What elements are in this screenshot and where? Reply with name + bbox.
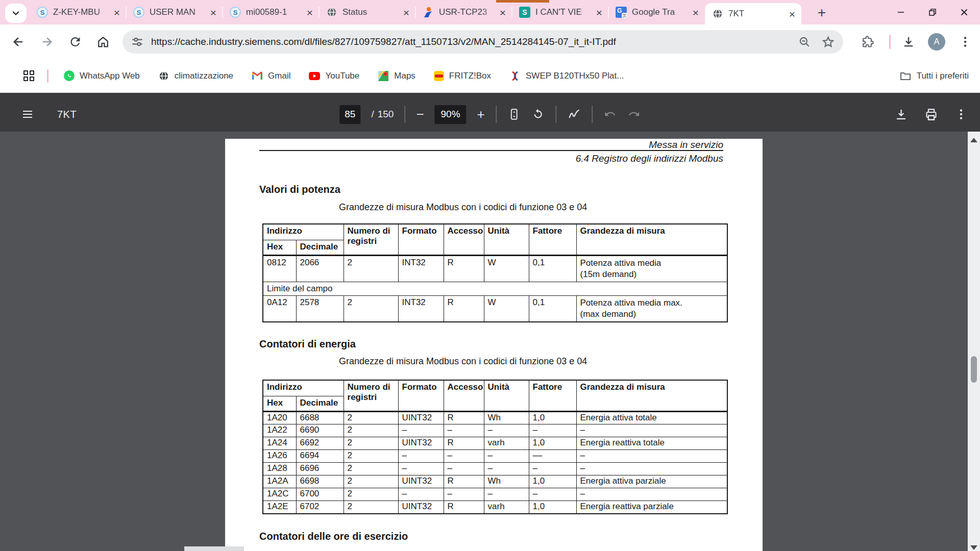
- forward-button[interactable]: [40, 35, 54, 49]
- table-cell: 1A2A: [263, 475, 296, 488]
- window-restore-button[interactable]: [917, 0, 948, 24]
- tab-close-icon[interactable]: ×: [594, 7, 604, 18]
- toolbar-separator: [496, 106, 497, 123]
- tab-i-can-t-vie[interactable]: SI CAN'T VIE×: [512, 0, 608, 24]
- tab-mi00589-1[interactable]: Smi00589-1×: [223, 0, 319, 24]
- tab-close-icon[interactable]: ×: [112, 7, 122, 18]
- pdf-more-button[interactable]: [954, 108, 968, 121]
- tab-title: Status: [342, 7, 396, 17]
- zoom-out-icon[interactable]: [798, 35, 811, 48]
- table-cell: R: [444, 256, 484, 282]
- window-close-button[interactable]: [948, 0, 980, 24]
- zoom-level-input[interactable]: 90%: [435, 105, 467, 124]
- tab-close-icon[interactable]: ×: [208, 7, 218, 18]
- tab-strip: SZ-KEY-MBU×SUSER MAN×Smi00589-1×Status×U…: [0, 0, 980, 24]
- bookmark-label: climatizzazione: [175, 71, 233, 81]
- running-header-line1: Messa in servizio: [649, 139, 723, 151]
- table-cell: 6698: [296, 475, 344, 488]
- annotate-button[interactable]: [567, 108, 581, 121]
- table-cell: –: [398, 424, 444, 437]
- s-document-favicon-icon: S: [37, 7, 48, 18]
- reload-button[interactable]: [68, 35, 82, 49]
- tab-user-man[interactable]: SUSER MAN×: [126, 0, 223, 24]
- table-cell: –: [529, 424, 576, 437]
- table-cell: –: [444, 488, 484, 501]
- tab-usr-tcp23[interactable]: USR-TCP23×: [415, 0, 512, 24]
- tab-close-icon[interactable]: ×: [691, 7, 701, 18]
- window-minimize-button[interactable]: [885, 0, 917, 24]
- downloads-button[interactable]: [901, 35, 916, 49]
- pdf-toolbar: 7KT 85 /150 − 90% +: [0, 93, 980, 132]
- modbus-table-power: IndirizzoNumero di registriFormatoAccess…: [262, 223, 728, 322]
- tab-search-button[interactable]: [5, 4, 27, 23]
- bookmark-star-icon[interactable]: [821, 35, 835, 49]
- fritzbox-icon: [434, 71, 444, 81]
- table-cell: 1A26: [263, 450, 296, 463]
- rotate-icon: [531, 108, 545, 121]
- zoom-in-button[interactable]: +: [477, 108, 485, 121]
- gmail-icon: [252, 70, 263, 82]
- redo-button[interactable]: [627, 108, 641, 121]
- scrollbar-thumb[interactable]: [971, 356, 977, 383]
- extensions-button[interactable]: [861, 35, 874, 49]
- table1-caption: Grandezze di misura Modbus con i codici …: [339, 202, 587, 213]
- pdf-download-button[interactable]: [894, 108, 908, 121]
- browser-menu-button[interactable]: [959, 35, 972, 48]
- scroll-down-icon[interactable]: [970, 545, 977, 550]
- bookmark-climatizzazione[interactable]: climatizzazione: [158, 70, 233, 82]
- pdf-print-button[interactable]: [924, 108, 938, 121]
- bookmark-gmail[interactable]: Gmail: [252, 70, 290, 82]
- tab-status[interactable]: Status×: [319, 0, 415, 24]
- pdf-menu-button[interactable]: [21, 108, 34, 120]
- bookmark-whatsapp-web[interactable]: WhatsApp Web: [64, 70, 140, 81]
- table-cell: 2: [344, 501, 398, 514]
- table-cell: 2: [344, 412, 398, 424]
- zoom-out-button[interactable]: −: [416, 108, 424, 121]
- tab-close-icon[interactable]: ×: [401, 7, 411, 18]
- bookmark-swep-b120thx50-plat[interactable]: SWEP B120THx50 Plat...: [509, 70, 624, 82]
- table-cell: –: [484, 463, 529, 475]
- tab-7kt[interactable]: 7KT×: [705, 3, 801, 24]
- tab-close-icon[interactable]: ×: [305, 7, 315, 18]
- scrollbar[interactable]: [968, 132, 980, 551]
- table-cell: 1A2E: [263, 501, 296, 514]
- fit-page-button[interactable]: [507, 108, 521, 121]
- table-cell: UINT32: [398, 501, 444, 514]
- table-cell: Limite del campo: [263, 282, 727, 296]
- table-cell: –: [484, 488, 529, 501]
- tab-close-icon[interactable]: ×: [787, 9, 797, 19]
- tab-google-tra[interactable]: G文Google Tra×: [608, 0, 705, 24]
- tab-list: SZ-KEY-MBU×SUSER MAN×Smi00589-1×Status×U…: [30, 0, 801, 24]
- bookmark-youtube[interactable]: YouTube: [309, 70, 359, 82]
- bookmark-label: FRITZ!Box: [449, 71, 491, 81]
- print-icon: [924, 108, 938, 121]
- rotate-button[interactable]: [531, 108, 545, 121]
- back-button[interactable]: [11, 35, 26, 49]
- new-tab-button[interactable]: +: [813, 4, 831, 22]
- table-cell: 1A22: [263, 424, 296, 437]
- scroll-up-icon[interactable]: [970, 138, 977, 142]
- home-button[interactable]: [96, 35, 110, 49]
- table-cell: INT32: [398, 296, 444, 322]
- table-cell: –: [576, 463, 727, 475]
- hamburger-icon: [21, 108, 34, 120]
- all-bookmarks-button[interactable]: Tutti i preferiti: [899, 70, 969, 82]
- undo-button[interactable]: [603, 108, 617, 121]
- bookmark-maps[interactable]: Maps: [378, 70, 415, 82]
- restore-icon: [928, 8, 937, 16]
- page-number-input[interactable]: 85: [339, 105, 360, 124]
- table1-wrap: IndirizzoNumero di registriFormatoAccess…: [262, 223, 728, 322]
- column-header-grandezza-di-misura: Grandezza di misura: [576, 380, 727, 412]
- apps-grid-icon[interactable]: [23, 70, 35, 82]
- table-cell: W: [484, 296, 529, 322]
- table-cell: –: [484, 450, 529, 463]
- home-icon: [96, 35, 110, 49]
- tab-close-icon[interactable]: ×: [498, 7, 508, 18]
- column-header-accesso: Accesso: [444, 380, 484, 412]
- bookmark-fritz-box[interactable]: FRITZ!Box: [434, 71, 491, 81]
- profile-avatar[interactable]: A: [928, 33, 945, 51]
- toolbar-divider: [889, 35, 891, 49]
- table-cell: 0,1: [529, 256, 576, 282]
- tab-z-key-mbu[interactable]: SZ-KEY-MBU×: [30, 0, 126, 24]
- address-bar[interactable]: https://cache.industry.siemens.com/dl/fi…: [122, 30, 843, 54]
